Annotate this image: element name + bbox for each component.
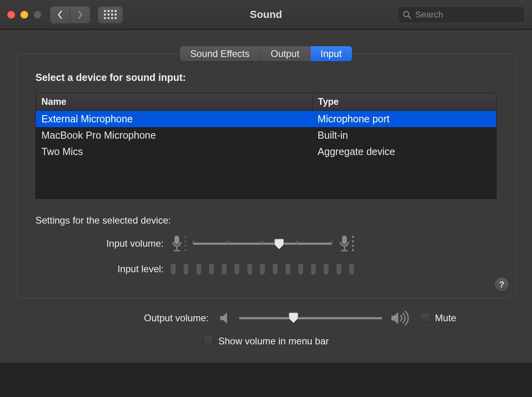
slider-thumb[interactable] bbox=[289, 312, 298, 323]
svg-line-1 bbox=[408, 16, 411, 18]
mic-high-dots bbox=[352, 236, 354, 252]
input-volume-label: Input volume: bbox=[35, 238, 171, 249]
input-device-heading: Select a device for sound input: bbox=[35, 72, 497, 83]
mute-checkbox[interactable]: Mute bbox=[420, 312, 456, 324]
table-row[interactable]: Two MicsAggregate device bbox=[36, 143, 496, 160]
input-volume-row: Input volume: bbox=[35, 235, 497, 252]
window-controls bbox=[7, 11, 41, 19]
input-panel: Select a device for sound input: Name Ty… bbox=[16, 54, 516, 298]
output-volume-slider[interactable] bbox=[239, 311, 382, 325]
level-segment bbox=[311, 263, 316, 275]
svg-rect-5 bbox=[342, 236, 347, 244]
device-type: Microphone port bbox=[312, 111, 496, 127]
level-segment bbox=[209, 263, 214, 275]
device-name: MacBook Pro Microphone bbox=[36, 127, 312, 143]
device-name: Two Mics bbox=[36, 143, 312, 160]
search-field[interactable] bbox=[397, 6, 525, 23]
svg-rect-2 bbox=[174, 236, 179, 244]
speaker-low-icon bbox=[219, 311, 231, 325]
chevron-left-icon bbox=[57, 10, 63, 20]
input-device-table: Name Type External MicrophoneMicrophone … bbox=[35, 93, 497, 199]
nav-buttons bbox=[50, 6, 90, 23]
output-volume-row: Output volume: bbox=[76, 310, 456, 326]
zoom-icon[interactable] bbox=[33, 11, 41, 19]
mic-low-icon bbox=[171, 235, 183, 252]
level-segment bbox=[298, 263, 303, 275]
close-icon[interactable] bbox=[7, 11, 15, 19]
mute-label: Mute bbox=[435, 312, 456, 324]
input-level-label: Input level: bbox=[35, 263, 171, 275]
table-row[interactable]: MacBook Pro MicrophoneBuilt-in bbox=[36, 127, 496, 143]
column-type[interactable]: Type bbox=[312, 93, 496, 110]
level-segment bbox=[286, 263, 290, 275]
tab-input[interactable]: Input bbox=[310, 46, 352, 61]
level-segment bbox=[260, 263, 265, 275]
minimize-icon[interactable] bbox=[20, 11, 28, 19]
level-segment bbox=[171, 263, 176, 275]
table-row[interactable]: External MicrophoneMicrophone port bbox=[36, 111, 496, 127]
level-segment bbox=[184, 263, 188, 275]
mic-high-icon bbox=[338, 235, 350, 252]
input-volume-slider[interactable] bbox=[193, 237, 332, 250]
checkbox-box bbox=[420, 313, 430, 323]
show-volume-menubar-checkbox[interactable]: Show volume in menu bar bbox=[203, 336, 329, 347]
mic-low-dots bbox=[184, 236, 186, 252]
search-input[interactable] bbox=[415, 10, 525, 20]
show-volume-menubar-label: Show volume in menu bar bbox=[218, 336, 329, 347]
output-volume-label: Output volume: bbox=[76, 312, 211, 324]
table-header: Name Type bbox=[36, 93, 496, 111]
help-icon: ? bbox=[499, 279, 504, 290]
level-segment bbox=[349, 263, 354, 275]
slider-thumb[interactable] bbox=[274, 238, 284, 250]
speaker-high-icon bbox=[390, 310, 412, 326]
level-segment bbox=[336, 263, 341, 275]
device-name: External Microphone bbox=[36, 111, 312, 127]
level-segment bbox=[324, 263, 329, 275]
slider-ticks bbox=[193, 241, 332, 246]
back-button[interactable] bbox=[50, 6, 70, 23]
tabs: Sound Effects Output Input bbox=[16, 46, 516, 61]
tab-sound-effects[interactable]: Sound Effects bbox=[180, 46, 260, 61]
input-level-row: Input level: bbox=[35, 263, 497, 275]
tab-output[interactable]: Output bbox=[260, 46, 310, 61]
output-section: Output volume: bbox=[16, 298, 516, 347]
column-name[interactable]: Name bbox=[36, 93, 312, 110]
window-body: Sound Effects Output Input Select a devi… bbox=[0, 29, 532, 363]
input-level-meter bbox=[171, 263, 354, 275]
grid-icon bbox=[104, 10, 117, 19]
checkbox-box bbox=[203, 336, 213, 346]
level-segment bbox=[222, 263, 227, 275]
forward-button[interactable] bbox=[70, 6, 90, 23]
chevron-right-icon bbox=[77, 10, 83, 20]
level-segment bbox=[196, 263, 201, 275]
device-type: Aggregate device bbox=[312, 143, 496, 160]
search-icon bbox=[403, 10, 411, 19]
show-all-button[interactable] bbox=[98, 6, 123, 23]
level-segment bbox=[273, 263, 278, 275]
device-type: Built-in bbox=[312, 127, 496, 143]
titlebar: Sound bbox=[0, 0, 532, 29]
settings-heading: Settings for the selected device: bbox=[35, 215, 497, 226]
help-button[interactable]: ? bbox=[495, 278, 509, 291]
level-segment bbox=[247, 263, 252, 275]
level-segment bbox=[235, 263, 239, 275]
